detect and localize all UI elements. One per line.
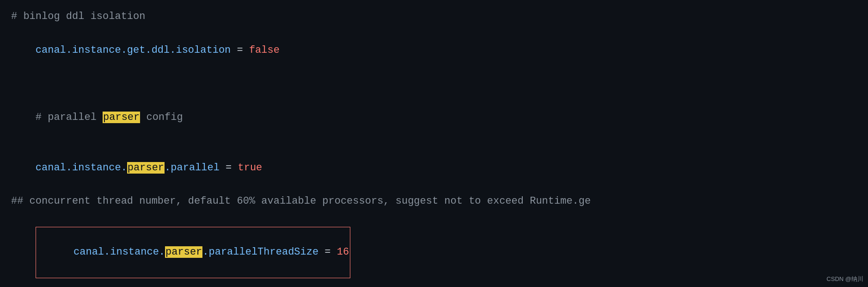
line5-val: true bbox=[238, 162, 263, 174]
line5-key-before: canal.instance. bbox=[36, 162, 127, 174]
line4-before: # parallel bbox=[36, 112, 103, 123]
line7-key-before: canal.instance. bbox=[73, 246, 165, 258]
line7-key-after: .parallelThreadSize bbox=[202, 246, 318, 258]
line-2: canal.instance.get.ddl.isolation = false bbox=[11, 25, 857, 75]
watermark: CSDN @纳川 bbox=[826, 275, 863, 284]
line7-eq: = bbox=[318, 246, 337, 258]
line5-key-highlight: parser bbox=[127, 162, 165, 174]
line5-key-after: .parallel bbox=[165, 162, 220, 174]
line7-val: 16 bbox=[337, 246, 349, 258]
line-5: canal.instance.parser.parallel = true bbox=[11, 143, 857, 193]
line4-highlight: parser bbox=[103, 112, 140, 123]
line7-key-highlight: parser bbox=[165, 246, 202, 258]
line-4: # parallel parser config bbox=[11, 92, 857, 143]
line2-eq: = bbox=[231, 44, 249, 56]
line5-eq: = bbox=[220, 162, 238, 174]
code-container: # binlog ddl isolation canal.instance.ge… bbox=[0, 0, 868, 287]
line2-key: canal.instance.get.ddl.isolation bbox=[36, 44, 231, 56]
line-1: # binlog ddl isolation bbox=[11, 8, 857, 25]
line2-val: false bbox=[249, 44, 280, 56]
line-6: ## concurrent thread number, default 60%… bbox=[11, 193, 857, 210]
line-3-blank bbox=[11, 75, 857, 92]
line-7: canal.instance.parser.parallelThreadSize… bbox=[11, 210, 857, 287]
line4-after: config bbox=[140, 112, 183, 123]
line7-bordered: canal.instance.parser.parallelThreadSize… bbox=[36, 227, 350, 278]
